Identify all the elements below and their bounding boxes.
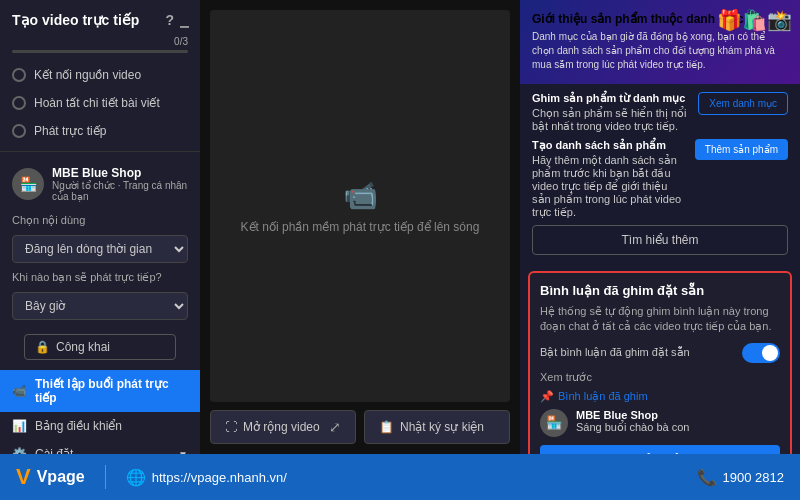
progress-bar: [12, 50, 188, 53]
channel-name: MBE Blue Shop: [52, 166, 188, 180]
radio-live: [12, 124, 26, 138]
app-container: Tạo video trực tiếp ? ⎯ 0/3 Kết nối nguồ…: [0, 0, 800, 500]
lock-icon: 🔒: [35, 340, 50, 354]
toggle-knob: [762, 345, 778, 361]
sidebar-item-detail[interactable]: Hoàn tất chi tiết bài viết: [0, 89, 200, 117]
phone-icon: 📞: [697, 468, 717, 487]
public-label: Công khai: [56, 340, 110, 354]
footer-logo: V Vpage: [16, 464, 85, 490]
logo-v: V: [16, 464, 31, 490]
progress-bar-container: 0/3: [0, 36, 200, 53]
pinned-section: Bình luận đã ghim đặt sẵn Hệ thống sẽ tự…: [528, 271, 792, 454]
camera-icon: 📹: [12, 384, 27, 398]
edit-button[interactable]: Chỉnh sửa: [540, 445, 780, 454]
expand-label: Mở rộng video: [243, 420, 320, 434]
sidebar-header: Tạo video trực tiếp ? ⎯: [0, 12, 200, 36]
phone-number: 1900 2812: [723, 470, 784, 485]
public-button[interactable]: 🔒 Công khai: [24, 334, 176, 360]
channel-avatar: 🏪: [12, 168, 44, 200]
sidebar: Tạo video trực tiếp ? ⎯ 0/3 Kết nối nguồ…: [0, 0, 200, 454]
video-placeholder-text: Kết nối phần mềm phát trực tiếp để lên s…: [241, 220, 480, 234]
settings-icon: ⚙️: [12, 447, 27, 454]
divider-1: [0, 151, 200, 152]
sidebar-detail-label: Hoàn tất chi tiết bài viết: [34, 96, 160, 110]
event-label: Nhật ký sự kiện: [400, 420, 484, 434]
promo-banner: 🎁🛍️📸 Giới thiệu sản phẩm thuộc danh mục …: [520, 0, 800, 84]
comment-text: Sáng buổi chào bà con: [576, 421, 689, 434]
video-preview: 📹 Kết nối phần mềm phát trực tiếp để lên…: [210, 10, 510, 402]
create-title: Tạo danh sách sản phẩm: [532, 139, 687, 152]
preview-label: Xem trước: [540, 371, 780, 384]
comment-body: MBE Blue Shop Sáng buổi chào bà con: [576, 409, 689, 434]
pinned-title: Bình luận đã ghim đặt sẵn: [540, 283, 780, 298]
counter-label: 0/3: [174, 36, 188, 47]
promo-actions: Ghim sản phẩm từ danh mục Chọn sản phẩm …: [520, 84, 800, 263]
content-select[interactable]: Đăng lên dòng thời gian: [12, 235, 188, 263]
center-content: 📹 Kết nối phần mềm phát trực tiếp để lên…: [200, 0, 520, 454]
event-icon: 📋: [379, 420, 394, 434]
footer: V Vpage 🌐 https://vpage.nhanh.vn/ 📞 1900…: [0, 454, 800, 500]
pinned-badge: 📌 Bình luận đã ghim: [540, 390, 780, 403]
promo-icons: 🎁🛍️📸: [717, 8, 792, 32]
footer-divider-1: [105, 465, 106, 489]
help-icon[interactable]: ?: [165, 12, 174, 28]
pin-title: Ghim sản phẩm từ danh mục: [532, 92, 690, 105]
expand-icon: ⛶: [225, 420, 237, 434]
promo-desc: Danh mục của bạn giờ đã đồng bộ xong, bạ…: [532, 30, 788, 72]
radio-detail: [12, 96, 26, 110]
pin-icon: 📌: [540, 390, 554, 403]
view-catalog-button[interactable]: Xem danh mục: [698, 92, 788, 115]
channel-info: MBE Blue Shop Người tổ chức · Trang cá n…: [52, 166, 188, 202]
expand-video-button[interactable]: ⛶ Mở rộng video ⤢: [210, 410, 356, 444]
select-label: Chọn nội dùng: [0, 210, 200, 231]
dashboard-icon: 📊: [12, 419, 27, 433]
pinned-toggle[interactable]: [742, 343, 780, 363]
globe-icon: 🌐: [126, 468, 146, 487]
minimize-icon[interactable]: ⎯: [180, 12, 188, 28]
pin-product-row: Ghim sản phẩm từ danh mục Chọn sản phẩm …: [532, 92, 788, 133]
public-btn-container: 🔒 Công khai: [0, 324, 200, 370]
sidebar-settings[interactable]: ⚙️ Cài đặt ▼: [0, 440, 200, 454]
sidebar-title-text: Tạo video trực tiếp: [12, 12, 139, 28]
sidebar-live-label: Phát trực tiếp: [34, 124, 106, 138]
radio-connect: [12, 68, 26, 82]
pinned-desc: Hệ thống sẽ tự động ghim bình luận này t…: [540, 304, 780, 335]
comment-author: MBE Blue Shop: [576, 409, 689, 421]
channel-sub: Người tổ chức · Trang cá nhân của bạn: [52, 180, 188, 202]
dashboard-label: Bảng điều khiển: [35, 419, 122, 433]
setup-label: Thiết lập buổi phát trực tiếp: [35, 377, 188, 405]
learn-more-button[interactable]: Tìm hiểu thêm: [532, 225, 788, 255]
pin-desc: Chọn sản phẩm sẽ hiển thị nổi bật nhất t…: [532, 107, 690, 133]
sidebar-setup-item[interactable]: 📹 Thiết lập buổi phát trực tiếp: [0, 370, 200, 412]
sidebar-item-connect-video[interactable]: Kết nối nguồn video: [0, 61, 200, 89]
right-panel: 🎁🛍️📸 Giới thiệu sản phẩm thuộc danh mục …: [520, 0, 800, 454]
footer-link[interactable]: 🌐 https://vpage.nhanh.vn/: [126, 468, 287, 487]
create-product-row: Tạo danh sách sản phẩm Hãy thêm một danh…: [532, 139, 788, 219]
create-desc: Hãy thêm một danh sách sản phẩm trước kh…: [532, 154, 687, 219]
add-product-button[interactable]: Thêm sản phẩm: [695, 139, 788, 160]
badge-text: Bình luận đã ghim: [558, 390, 648, 403]
logo-text: Vpage: [37, 468, 85, 486]
expand-arrow-icon: ⤢: [329, 419, 341, 435]
commenter-avatar: 🏪: [540, 409, 568, 437]
sidebar-channel: 🏪 MBE Blue Shop Người tổ chức · Trang cá…: [0, 158, 200, 210]
sidebar-dashboard[interactable]: 📊 Bảng điều khiển: [0, 412, 200, 440]
create-action-text: Tạo danh sách sản phẩm Hãy thêm một danh…: [532, 139, 687, 219]
video-camera-icon: 📹: [343, 179, 378, 212]
event-log-button[interactable]: 📋 Nhật ký sự kiện: [364, 410, 510, 444]
main-area: Tạo video trực tiếp ? ⎯ 0/3 Kết nối nguồ…: [0, 0, 800, 454]
settings-label: Cài đặt: [35, 447, 73, 454]
preview-comment: 🏪 MBE Blue Shop Sáng buổi chào bà con: [540, 409, 780, 437]
when-label: Khi nào bạn sẽ phát trực tiếp?: [0, 267, 200, 288]
sidebar-item-live[interactable]: Phát trực tiếp: [0, 117, 200, 145]
pinned-toggle-label: Bật bình luận đã ghim đặt sẵn: [540, 346, 690, 359]
when-select[interactable]: Bây giờ: [12, 292, 188, 320]
center-bottom: ⛶ Mở rộng video ⤢ 📋 Nhật ký sự kiện: [210, 410, 510, 444]
footer-phone: 📞 1900 2812: [697, 468, 784, 487]
pin-action-text: Ghim sản phẩm từ danh mục Chọn sản phẩm …: [532, 92, 690, 133]
sidebar-connect-label: Kết nối nguồn video: [34, 68, 141, 82]
pinned-toggle-row: Bật bình luận đã ghim đặt sẵn: [540, 343, 780, 363]
footer-url: https://vpage.nhanh.vn/: [152, 470, 287, 485]
